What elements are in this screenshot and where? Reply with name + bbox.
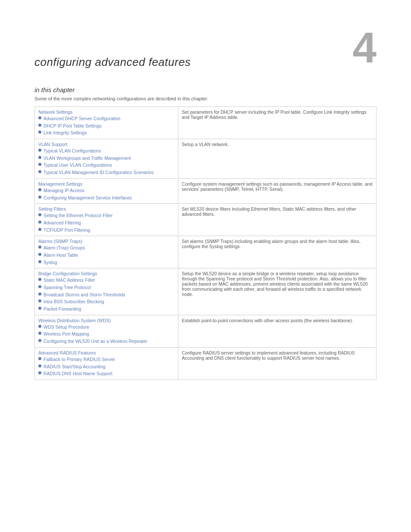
bullet-icon <box>38 278 41 281</box>
bullet-icon <box>38 325 41 328</box>
bullet-icon <box>38 228 41 231</box>
bullet-icon <box>38 332 41 335</box>
bullet-label: TCP/UDP Port Filtering <box>44 227 90 233</box>
table-cell-left: Setting FiltersSetting the Ethernet Prot… <box>35 204 178 236</box>
list-item: Advanced DHCP Server Configuration <box>38 115 174 122</box>
bullet-icon <box>38 364 41 367</box>
bullet-icon <box>38 253 41 256</box>
bullet-icon <box>38 149 41 152</box>
group-title: Alarms (SNMP Traps) <box>38 239 174 244</box>
table-cell-right: Configure RADIUS server settings to impl… <box>178 347 377 380</box>
list-item: Alarm (Trap) Groups <box>38 245 174 251</box>
table-cell-right: Set parameters for DHCP server including… <box>178 107 377 139</box>
bullet-label: Alarm Host Table <box>44 252 78 258</box>
bullet-icon <box>38 371 41 374</box>
bullet-label: Intra BSS Subscriber Blocking <box>44 299 104 305</box>
section-title: in this chapter <box>34 86 377 93</box>
list-item: Spanning Tree Protocol <box>38 284 174 291</box>
bullet-icon <box>38 221 41 224</box>
table-cell-right: Set WL520 device filters including Ether… <box>178 204 377 236</box>
list-item: Static MAC Address Filter <box>38 277 174 283</box>
list-item: RADIUS Start/Stop Accounting <box>38 364 174 370</box>
table-cell-left: Wireless Distribution System (WDS)WDS Se… <box>35 315 178 347</box>
bullet-label: Setting the Ethernet Protocol Filter <box>44 212 113 219</box>
bullet-label: Static MAC Address Filter <box>44 277 95 283</box>
bullet-icon <box>38 339 41 342</box>
bullet-icon <box>38 156 41 159</box>
table-cell-right: Set alarms (SNMP Traps) including enabli… <box>178 236 377 268</box>
table-cell-left: Alarms (SNMP Traps)Alarm (Trap) GroupsAl… <box>35 236 178 268</box>
table-cell-left: VLAN SupportTypical VLAN ConfigurationsV… <box>35 139 178 179</box>
group-title: Network Settings <box>38 109 174 115</box>
bullet-label: Advanced Filtering <box>44 220 81 226</box>
group-title: Management Settings <box>38 181 174 187</box>
bullet-icon <box>38 292 41 296</box>
bullet-icon <box>38 307 41 310</box>
list-item: Intra BSS Subscriber Blocking <box>38 299 174 305</box>
bullet-label: Packet Forwarding <box>44 306 81 312</box>
bullet-icon <box>38 357 41 360</box>
list-item: WDS Setup Procedure <box>38 324 174 330</box>
table-cell-right: Configure system management settings suc… <box>178 178 377 203</box>
bullet-label: Syslog <box>44 259 57 266</box>
list-item: TCP/UDP Port Filtering <box>38 227 174 233</box>
bullet-label: Typical User VLAN Configurations <box>44 162 112 168</box>
bullet-icon <box>38 170 41 173</box>
table-cell-right: Establish point-to-point connections wit… <box>178 315 377 347</box>
list-item: Typical VLAN Configurations <box>38 148 174 154</box>
bullet-label: Wireless Port Mapping <box>44 331 89 337</box>
bullet-label: Spanning Tree Protocol <box>44 284 91 291</box>
list-item: Link Integrity Settings <box>38 130 174 136</box>
bullet-label: VLAN Workgroups and Traffic Management <box>44 155 131 162</box>
group-title: Advanced RADIUS Features <box>38 350 174 355</box>
bullet-label: Advanced DHCP Server Configuration <box>44 115 120 122</box>
bullet-label: Configuring Management Service Interface… <box>44 195 132 201</box>
intro-text: Some of the more complex networking conf… <box>34 96 377 101</box>
table-cell-right: Setup the WL520 device as a simple bridg… <box>178 268 377 315</box>
group-title: Setting Filters <box>38 206 174 212</box>
list-item: Setting the Ethernet Protocol Filter <box>38 212 174 219</box>
group-title: Wireless Distribution System (WDS) <box>38 318 174 323</box>
list-item: Configuring Management Service Interface… <box>38 195 174 201</box>
table-cell-left: Bridge Configuration SettingsStatic MAC … <box>35 268 178 315</box>
list-item: Wireless Port Mapping <box>38 331 174 337</box>
list-item: DHCP IP Pool Table Settings <box>38 123 174 129</box>
list-item: Advanced Filtering <box>38 220 174 226</box>
bullet-icon <box>38 196 41 199</box>
bullet-label: Managing IP Access <box>44 187 84 194</box>
bullet-label: Typical VLAN Configurations <box>44 148 101 154</box>
bullet-label: Broadcast Storms and Storm Thresholds <box>44 292 125 298</box>
bullet-label: RADIUS Start/Stop Accounting <box>44 364 106 370</box>
table-cell-left: Management SettingsManaging IP AccessCon… <box>35 178 178 203</box>
bullet-label: Link Integrity Settings <box>44 130 87 136</box>
bullet-label: WDS Setup Procedure <box>44 324 89 330</box>
list-item: Typical User VLAN Configurations <box>38 162 174 168</box>
bullet-label: DHCP IP Pool Table Settings <box>44 123 102 129</box>
list-item: RADIUS DNS Host Name Support <box>38 370 174 377</box>
bullet-icon <box>38 260 41 263</box>
bullet-icon <box>38 116 41 119</box>
list-item: Configuring the WL520 Unit as a Wireless… <box>38 338 174 345</box>
bullet-icon <box>38 213 41 216</box>
content-table: Network SettingsAdvanced DHCP Server Con… <box>34 106 377 380</box>
table-cell-left: Advanced RADIUS FeaturesFallback to Prim… <box>35 347 178 380</box>
group-title: VLAN Support <box>38 142 174 147</box>
chapter-header: configuring advanced features 4 <box>34 26 377 69</box>
bullet-label: Typical VLAN Management ID Configuration… <box>44 169 154 176</box>
bullet-icon <box>38 188 41 191</box>
list-item: Packet Forwarding <box>38 306 174 312</box>
table-cell-left: Network SettingsAdvanced DHCP Server Con… <box>35 107 178 139</box>
bullet-icon <box>38 299 41 302</box>
chapter-title: configuring advanced features <box>34 56 191 69</box>
list-item: VLAN Workgroups and Traffic Management <box>38 155 174 162</box>
table-cell-right: Setup a VLAN network. <box>178 139 377 179</box>
bullet-icon <box>38 246 41 249</box>
bullet-label: Fallback to Primary RADIUS Server <box>44 356 115 363</box>
list-item: Fallback to Primary RADIUS Server <box>38 356 174 363</box>
bullet-icon <box>38 131 41 134</box>
list-item: Alarm Host Table <box>38 252 174 258</box>
group-title: Bridge Configuration Settings <box>38 271 174 276</box>
bullet-label: RADIUS DNS Host Name Support <box>44 370 112 377</box>
list-item: Typical VLAN Management ID Configuration… <box>38 169 174 176</box>
list-item: Managing IP Access <box>38 187 174 194</box>
